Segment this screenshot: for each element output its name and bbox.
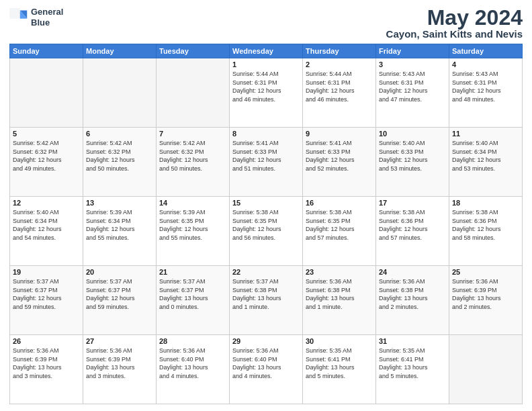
calendar-cell: 5Sunrise: 5:42 AM Sunset: 6:32 PM Daylig… (10, 128, 83, 197)
day-info: Sunrise: 5:42 AM Sunset: 6:32 PM Dayligh… (13, 139, 80, 173)
day-info: Sunrise: 5:36 AM Sunset: 6:38 PM Dayligh… (306, 277, 373, 311)
day-number: 24 (379, 268, 446, 276)
day-info: Sunrise: 5:43 AM Sunset: 6:31 PM Dayligh… (379, 70, 446, 103)
logo-icon (9, 8, 28, 27)
day-number: 15 (232, 199, 300, 207)
calendar-cell: 24Sunrise: 5:36 AM Sunset: 6:38 PM Dayli… (376, 266, 449, 335)
calendar-cell: 12Sunrise: 5:40 AM Sunset: 6:34 PM Dayli… (10, 197, 83, 266)
calendar-cell (83, 58, 157, 128)
subtitle: Cayon, Saint Kitts and Nevis (386, 28, 523, 40)
calendar-header-sunday: Sunday (10, 44, 83, 58)
day-number: 12 (13, 199, 80, 207)
calendar-header-wednesday: Wednesday (230, 44, 303, 58)
calendar-header-saturday: Saturday (449, 44, 523, 58)
calendar-week-row: 19Sunrise: 5:37 AM Sunset: 6:37 PM Dayli… (10, 266, 523, 335)
calendar-week-row: 1Sunrise: 5:44 AM Sunset: 6:31 PM Daylig… (10, 58, 523, 128)
calendar-table: SundayMondayTuesdayWednesdayThursdayFrid… (9, 44, 523, 404)
calendar-cell: 11Sunrise: 5:40 AM Sunset: 6:34 PM Dayli… (449, 128, 523, 197)
day-number: 31 (379, 337, 446, 345)
day-number: 10 (379, 130, 446, 138)
calendar-week-row: 26Sunrise: 5:36 AM Sunset: 6:39 PM Dayli… (10, 335, 523, 404)
day-info: Sunrise: 5:37 AM Sunset: 6:37 PM Dayligh… (13, 277, 80, 311)
day-number: 23 (306, 268, 373, 276)
day-info: Sunrise: 5:36 AM Sunset: 6:40 PM Dayligh… (159, 347, 226, 380)
calendar-cell: 9Sunrise: 5:41 AM Sunset: 6:33 PM Daylig… (303, 128, 376, 197)
day-number: 2 (306, 60, 373, 68)
month-title: May 2024 (386, 7, 523, 28)
day-info: Sunrise: 5:37 AM Sunset: 6:37 PM Dayligh… (86, 277, 153, 311)
day-info: Sunrise: 5:41 AM Sunset: 6:33 PM Dayligh… (306, 139, 373, 173)
day-number: 6 (86, 130, 153, 138)
day-number: 22 (232, 268, 300, 276)
calendar-cell: 8Sunrise: 5:41 AM Sunset: 6:33 PM Daylig… (230, 128, 303, 197)
calendar-cell: 20Sunrise: 5:37 AM Sunset: 6:37 PM Dayli… (83, 266, 157, 335)
day-info: Sunrise: 5:37 AM Sunset: 6:37 PM Dayligh… (159, 277, 226, 311)
calendar-cell: 7Sunrise: 5:42 AM Sunset: 6:32 PM Daylig… (157, 128, 230, 197)
calendar-cell: 26Sunrise: 5:36 AM Sunset: 6:39 PM Dayli… (10, 335, 83, 404)
calendar-cell: 30Sunrise: 5:35 AM Sunset: 6:41 PM Dayli… (303, 335, 376, 404)
calendar-cell: 16Sunrise: 5:38 AM Sunset: 6:35 PM Dayli… (303, 197, 376, 266)
day-info: Sunrise: 5:38 AM Sunset: 6:36 PM Dayligh… (452, 208, 519, 242)
day-number: 20 (86, 268, 153, 276)
day-info: Sunrise: 5:36 AM Sunset: 6:39 PM Dayligh… (452, 277, 519, 311)
day-info: Sunrise: 5:40 AM Sunset: 6:34 PM Dayligh… (452, 139, 519, 173)
day-number: 30 (306, 337, 373, 345)
logo-line2: Blue (31, 17, 63, 28)
calendar-cell (157, 58, 230, 128)
day-info: Sunrise: 5:35 AM Sunset: 6:41 PM Dayligh… (306, 347, 373, 380)
day-number: 16 (306, 199, 373, 207)
day-number: 17 (379, 199, 446, 207)
day-info: Sunrise: 5:36 AM Sunset: 6:39 PM Dayligh… (86, 347, 153, 380)
day-info: Sunrise: 5:39 AM Sunset: 6:34 PM Dayligh… (86, 208, 153, 242)
calendar-cell: 6Sunrise: 5:42 AM Sunset: 6:32 PM Daylig… (83, 128, 157, 197)
day-info: Sunrise: 5:42 AM Sunset: 6:32 PM Dayligh… (159, 139, 226, 173)
calendar-cell: 17Sunrise: 5:38 AM Sunset: 6:36 PM Dayli… (376, 197, 449, 266)
day-info: Sunrise: 5:40 AM Sunset: 6:33 PM Dayligh… (379, 139, 446, 173)
calendar-header-row: SundayMondayTuesdayWednesdayThursdayFrid… (10, 44, 523, 58)
calendar-cell: 23Sunrise: 5:36 AM Sunset: 6:38 PM Dayli… (303, 266, 376, 335)
calendar-cell: 10Sunrise: 5:40 AM Sunset: 6:33 PM Dayli… (376, 128, 449, 197)
day-info: Sunrise: 5:36 AM Sunset: 6:40 PM Dayligh… (232, 347, 300, 380)
calendar-cell: 29Sunrise: 5:36 AM Sunset: 6:40 PM Dayli… (230, 335, 303, 404)
calendar-cell: 15Sunrise: 5:38 AM Sunset: 6:35 PM Dayli… (230, 197, 303, 266)
day-info: Sunrise: 5:36 AM Sunset: 6:38 PM Dayligh… (379, 277, 446, 311)
day-number: 27 (86, 337, 153, 345)
calendar-header-monday: Monday (83, 44, 157, 58)
day-info: Sunrise: 5:38 AM Sunset: 6:35 PM Dayligh… (232, 208, 300, 242)
day-info: Sunrise: 5:41 AM Sunset: 6:33 PM Dayligh… (232, 139, 300, 173)
calendar-cell: 13Sunrise: 5:39 AM Sunset: 6:34 PM Dayli… (83, 197, 157, 266)
day-number: 28 (159, 337, 226, 345)
calendar-cell: 25Sunrise: 5:36 AM Sunset: 6:39 PM Dayli… (449, 266, 523, 335)
day-info: Sunrise: 5:35 AM Sunset: 6:41 PM Dayligh… (379, 347, 446, 380)
day-number: 25 (452, 268, 519, 276)
day-number: 3 (379, 60, 446, 68)
day-number: 9 (306, 130, 373, 138)
calendar-cell: 22Sunrise: 5:37 AM Sunset: 6:38 PM Dayli… (230, 266, 303, 335)
day-number: 29 (232, 337, 300, 345)
calendar-week-row: 5Sunrise: 5:42 AM Sunset: 6:32 PM Daylig… (10, 128, 523, 197)
day-number: 19 (13, 268, 80, 276)
day-info: Sunrise: 5:38 AM Sunset: 6:35 PM Dayligh… (306, 208, 373, 242)
day-number: 5 (13, 130, 80, 138)
title-block: May 2024 Cayon, Saint Kitts and Nevis (386, 7, 523, 40)
calendar-cell: 14Sunrise: 5:39 AM Sunset: 6:35 PM Dayli… (157, 197, 230, 266)
logo-line1: General (31, 7, 63, 17)
svg-rect-3 (9, 8, 20, 19)
day-number: 1 (232, 60, 300, 68)
day-number: 11 (452, 130, 519, 138)
calendar-cell: 18Sunrise: 5:38 AM Sunset: 6:36 PM Dayli… (449, 197, 523, 266)
day-number: 21 (159, 268, 226, 276)
calendar-header-tuesday: Tuesday (157, 44, 230, 58)
calendar-cell: 3Sunrise: 5:43 AM Sunset: 6:31 PM Daylig… (376, 58, 449, 128)
calendar-cell: 19Sunrise: 5:37 AM Sunset: 6:37 PM Dayli… (10, 266, 83, 335)
day-number: 4 (452, 60, 519, 68)
calendar-header-friday: Friday (376, 44, 449, 58)
day-number: 14 (159, 199, 226, 207)
calendar-cell: 28Sunrise: 5:36 AM Sunset: 6:40 PM Dayli… (157, 335, 230, 404)
day-number: 18 (452, 199, 519, 207)
calendar-cell: 27Sunrise: 5:36 AM Sunset: 6:39 PM Dayli… (83, 335, 157, 404)
calendar-cell: 21Sunrise: 5:37 AM Sunset: 6:37 PM Dayli… (157, 266, 230, 335)
day-info: Sunrise: 5:39 AM Sunset: 6:35 PM Dayligh… (159, 208, 226, 242)
calendar-cell: 1Sunrise: 5:44 AM Sunset: 6:31 PM Daylig… (230, 58, 303, 128)
day-number: 13 (86, 199, 153, 207)
